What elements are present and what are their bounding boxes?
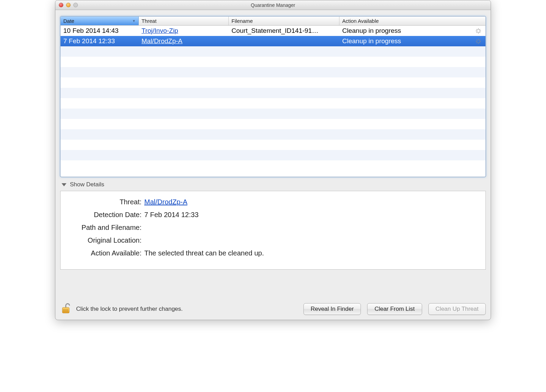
cell-action-text: Cleanup in progress	[342, 27, 401, 35]
column-header-threat-label: Threat	[142, 18, 156, 24]
details-value-original-location	[144, 236, 478, 244]
column-header-date[interactable]: Date ▼	[61, 17, 139, 25]
cell-action: Cleanup in progress	[339, 37, 485, 45]
show-details-disclosure[interactable]: Show Details	[62, 181, 486, 188]
reveal-in-finder-button[interactable]: Reveal In Finder	[303, 303, 361, 315]
column-header-action[interactable]: Action Available	[339, 17, 485, 25]
details-label-path-filename: Path and Filename:	[68, 224, 144, 232]
details-value-action-available: The selected threat can be cleaned up.	[144, 249, 478, 257]
cell-filename: Court_Statement_ID141-91…	[229, 27, 339, 35]
svg-line-14	[477, 42, 477, 43]
titlebar: Quarantine Manager	[55, 0, 491, 10]
show-details-label: Show Details	[70, 181, 104, 188]
cell-action: Cleanup in progress	[339, 27, 485, 35]
details-panel: Threat: Mal/DrodZp-A Detection Date: 7 F…	[60, 191, 486, 270]
footer: Click the lock to prevent further change…	[60, 296, 486, 316]
column-header-date-label: Date	[63, 18, 74, 24]
sort-descending-icon: ▼	[132, 19, 136, 23]
details-value-path-filename	[144, 224, 478, 232]
svg-rect-16	[62, 307, 69, 313]
chevron-down-icon	[62, 183, 66, 186]
column-header-filename[interactable]: Filename	[229, 17, 339, 25]
svg-line-12	[477, 39, 477, 40]
column-header-threat[interactable]: Threat	[139, 17, 229, 25]
svg-line-13	[479, 42, 480, 43]
table-empty-rows	[61, 46, 485, 171]
quarantine-table: Date ▼ Threat Filename Action Available …	[60, 16, 486, 177]
unlocked-lock-icon	[61, 302, 71, 315]
table-header-row: Date ▼ Threat Filename Action Available	[61, 17, 485, 26]
details-label-action-available: Action Available:	[68, 249, 144, 257]
details-label-original-location: Original Location:	[68, 236, 144, 244]
svg-line-7	[479, 29, 480, 30]
details-value-threat-link[interactable]: Mal/DrodZp-A	[144, 198, 478, 206]
lock-help-text: Click the lock to prevent further change…	[76, 306, 183, 312]
window-title: Quarantine Manager	[55, 2, 491, 8]
footer-buttons: Reveal In Finder Clear From List Clean U…	[303, 303, 486, 315]
table-row[interactable]: 7 Feb 2014 12:33 Mal/DrodZp-A Cleanup in…	[61, 36, 485, 46]
table-body: 10 Feb 2014 14:43 Troj/Invo-Zip Court_St…	[61, 26, 485, 177]
details-value-detection-date: 7 Feb 2014 12:33	[144, 211, 478, 219]
clear-from-list-button[interactable]: Clear From List	[367, 303, 422, 315]
column-header-filename-label: Filename	[231, 18, 253, 24]
cell-date: 7 Feb 2014 12:33	[61, 37, 139, 45]
lock-button[interactable]	[60, 303, 72, 315]
cell-date: 10 Feb 2014 14:43	[61, 27, 139, 35]
cell-threat-link[interactable]: Mal/DrodZp-A	[139, 37, 229, 45]
window-content: Date ▼ Threat Filename Action Available …	[55, 10, 491, 320]
spinner-icon	[475, 28, 481, 34]
spinner-icon	[475, 38, 481, 44]
cell-action-text: Cleanup in progress	[342, 37, 401, 45]
svg-line-6	[477, 32, 477, 32]
clean-up-threat-button[interactable]: Clean Up Threat	[428, 303, 486, 315]
table-row[interactable]: 10 Feb 2014 14:43 Troj/Invo-Zip Court_St…	[61, 26, 485, 36]
svg-line-5	[479, 32, 480, 32]
details-label-detection-date: Detection Date:	[68, 211, 144, 219]
cell-threat-link[interactable]: Troj/Invo-Zip	[139, 27, 229, 35]
details-label-threat: Threat:	[68, 198, 144, 206]
quarantine-manager-window: Quarantine Manager Date ▼ Threat Filenam…	[55, 0, 491, 320]
svg-line-4	[477, 29, 477, 30]
column-header-action-label: Action Available	[342, 18, 379, 24]
svg-line-15	[479, 39, 480, 40]
